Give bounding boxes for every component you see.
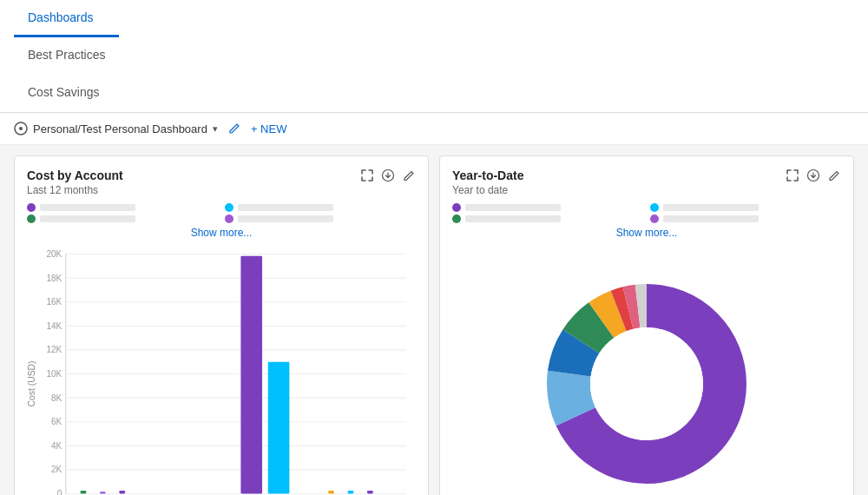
svg-text:10K: 10K: [46, 369, 62, 379]
pencil-icon: [228, 122, 240, 135]
dashboard-icon: [14, 122, 28, 135]
expand-icon-right[interactable]: [786, 168, 799, 185]
legend-dot-r3: [452, 214, 461, 223]
edit-icon-left[interactable]: [402, 168, 416, 185]
legend-item-r1: [452, 203, 643, 212]
svg-text:16K: 16K: [46, 297, 62, 307]
legend-label-r4: [663, 215, 759, 222]
expand-icon-left[interactable]: [360, 168, 374, 185]
svg-text:6K: 6K: [51, 417, 62, 426]
nav-tab-cost-savings[interactable]: Cost Savings: [14, 75, 119, 112]
chart-header-right: Year-to-Date Year to date: [452, 168, 841, 203]
svg-text:Cost (USD): Cost (USD): [27, 361, 36, 407]
svg-rect-34: [367, 491, 373, 493]
cost-by-account-card: Cost by Account Last 12 months: [14, 155, 429, 495]
nav-tab-dashboards[interactable]: Dashboards: [14, 0, 119, 37]
legend-item-2: [225, 203, 416, 212]
legend-label-r3: [465, 215, 561, 222]
legend-item-r3: [452, 214, 643, 223]
legend-right: [452, 203, 841, 223]
edit-icon-right[interactable]: [827, 168, 841, 185]
svg-point-56: [590, 327, 703, 440]
svg-text:0: 0: [57, 489, 62, 495]
legend-label-1: [40, 204, 135, 211]
chart-title-right: Year-to-Date: [452, 168, 523, 182]
svg-text:14K: 14K: [46, 321, 62, 331]
edit-button[interactable]: [228, 122, 240, 135]
dashboard-name: Personal/Test Personal Dashboard: [33, 122, 207, 135]
main-content: Cost by Account Last 12 months: [0, 145, 868, 495]
chart-subtitle-left: Last 12 months: [27, 184, 123, 196]
legend-label-r1: [465, 204, 561, 211]
svg-rect-33: [348, 491, 354, 493]
legend-dot-r2: [650, 203, 659, 212]
download-icon-right[interactable]: [806, 168, 820, 185]
svg-text:8K: 8K: [51, 393, 62, 402]
legend-item-1: [27, 203, 218, 212]
donut-chart-svg: [534, 271, 760, 495]
legend-dot-2: [225, 203, 233, 212]
chart-title-left: Cost by Account: [27, 168, 123, 182]
chevron-down-icon: ▾: [213, 123, 218, 135]
show-more-right[interactable]: Show more...: [452, 227, 841, 239]
bar-chart-area: Cost (USD) 20K 18K 16K 14K 12K 10: [27, 244, 416, 495]
svg-text:12K: 12K: [46, 345, 62, 354]
legend-dot-4: [225, 214, 233, 223]
legend-dot-3: [27, 214, 36, 223]
bar-chart-svg: Cost (USD) 20K 18K 16K 14K 12K 10: [27, 244, 416, 495]
donut-chart-area: [452, 244, 841, 495]
legend-label-4: [238, 215, 333, 222]
legend-dot-1: [27, 203, 36, 212]
svg-text:20K: 20K: [46, 249, 62, 259]
show-more-left[interactable]: Show more...: [27, 227, 416, 239]
toolbar: Personal/Test Personal Dashboard ▾ + NEW: [0, 113, 868, 145]
legend-label-r2: [663, 204, 759, 211]
new-button[interactable]: + NEW: [251, 122, 287, 135]
svg-rect-30: [240, 256, 262, 494]
year-to-date-card: Year-to-Date Year to date: [439, 155, 854, 495]
download-icon-left[interactable]: [381, 168, 395, 185]
legend-item-3: [27, 214, 218, 223]
chart-actions-left: [360, 168, 416, 185]
legend-item-r2: [650, 203, 841, 212]
svg-rect-32: [328, 491, 334, 493]
chart-title-group-right: Year-to-Date Year to date: [452, 168, 523, 203]
legend-dot-r1: [452, 203, 461, 212]
legend-dot-r4: [650, 214, 659, 223]
svg-rect-29: [119, 491, 125, 493]
legend-label-3: [40, 215, 135, 222]
chart-actions-right: [786, 168, 841, 185]
legend-item-4: [225, 214, 416, 223]
chart-subtitle-right: Year to date: [452, 184, 523, 196]
top-navigation: DashboardsBest PracticesCost Savings: [0, 0, 868, 113]
svg-text:2K: 2K: [51, 465, 62, 474]
dashboard-selector[interactable]: Personal/Test Personal Dashboard ▾: [14, 122, 218, 135]
nav-tabs: DashboardsBest PracticesCost Savings: [14, 0, 119, 112]
legend-item-r4: [650, 214, 841, 223]
chart-header-left: Cost by Account Last 12 months: [27, 168, 416, 203]
svg-text:4K: 4K: [51, 441, 62, 451]
chart-title-group-left: Cost by Account Last 12 months: [27, 168, 123, 203]
svg-rect-31: [268, 362, 290, 494]
legend-label-2: [238, 204, 333, 211]
svg-rect-27: [81, 491, 87, 493]
nav-tab-best-practices[interactable]: Best Practices: [14, 37, 119, 75]
svg-point-1: [19, 127, 23, 130]
svg-rect-28: [100, 492, 106, 493]
legend-left: [27, 203, 416, 223]
svg-text:18K: 18K: [46, 273, 62, 282]
